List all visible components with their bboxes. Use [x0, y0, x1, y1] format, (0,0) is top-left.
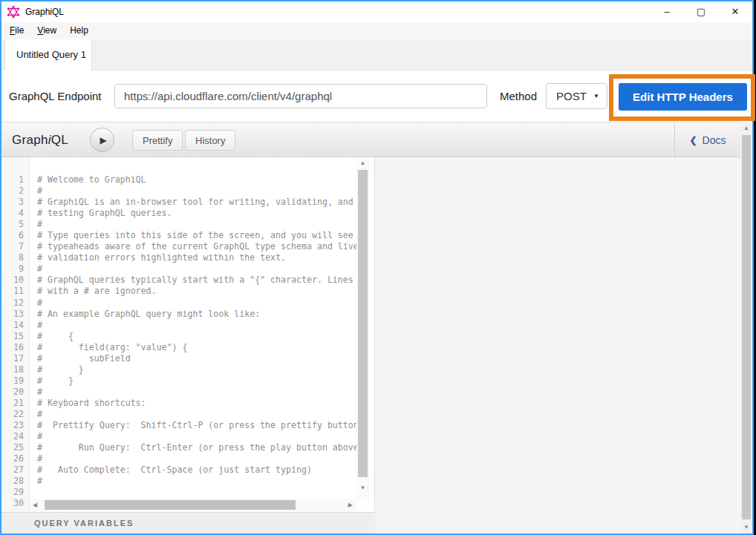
- line-number: 8: [1, 252, 24, 263]
- code-line: # Prettify Query: Shift-Ctrl-P (or press…: [37, 420, 356, 431]
- endpoint-label: GraphQL Endpoint: [9, 70, 102, 122]
- scroll-down-icon[interactable]: ▼: [740, 524, 752, 531]
- scroll-up-icon[interactable]: ▲: [740, 125, 752, 131]
- query-variables-label: QUERY VARIABLES: [34, 513, 134, 534]
- line-number: 6: [1, 230, 24, 241]
- code-line: # Type queries into this side of the scr…: [37, 230, 356, 241]
- line-number: 14: [1, 320, 24, 331]
- endpoint-input[interactable]: [114, 84, 487, 108]
- window-controls: – ▢ ✕: [650, 1, 752, 22]
- line-number: 25: [1, 442, 24, 453]
- code-line: #: [37, 186, 356, 197]
- close-icon[interactable]: ✕: [718, 1, 752, 22]
- code-line: #: [37, 476, 356, 487]
- tab-strip: Untitled Query 1: [1, 39, 752, 70]
- method-label: Method: [500, 70, 537, 122]
- code-line: # Welcome to GraphiQL: [37, 174, 356, 186]
- line-number: 15: [1, 331, 24, 342]
- window-title: GraphiQL: [25, 1, 64, 22]
- code-line: # Auto Complete: Ctrl-Space (or just sta…: [37, 465, 356, 476]
- code-line: #: [37, 219, 356, 230]
- line-number: 13: [1, 309, 24, 320]
- line-number: 17: [1, 353, 24, 364]
- docs-toggle[interactable]: ❮ Docs: [674, 122, 740, 158]
- menu-item-help[interactable]: Help: [63, 22, 95, 39]
- line-number: 30: [1, 498, 24, 509]
- menu-item-file[interactable]: File: [3, 22, 30, 39]
- code-line: # GraphiQL is an in-browser tool for wri…: [37, 197, 356, 208]
- line-number: 3: [1, 197, 24, 208]
- code-line: #: [37, 409, 356, 420]
- tab-untitled-query-1[interactable]: Untitled Query 1: [4, 39, 92, 70]
- gutter-line-numbers: 1234567891011121314151617181920212223242…: [1, 157, 29, 509]
- code-line: # GraphQL queries typically start with a…: [37, 275, 356, 286]
- line-number: 27: [1, 465, 24, 476]
- code-line: # An example GraphQL query might look li…: [37, 309, 356, 320]
- query-variables-bar[interactable]: QUERY VARIABLES: [1, 512, 374, 534]
- graphiql-app-window: GraphiQL – ▢ ✕ FileViewHelp Untitled Que…: [0, 0, 754, 535]
- editor-horizontal-scrollbar[interactable]: ◀ ▶: [30, 499, 356, 512]
- line-number: 23: [1, 420, 24, 431]
- code-lines: # Welcome to GraphiQL## GraphiQL is an i…: [30, 157, 356, 499]
- app-vertical-scrollbar[interactable]: ▲ ▼: [740, 122, 752, 534]
- editor-vertical-scrollbar[interactable]: ▲ ▼: [356, 157, 369, 499]
- line-number: 28: [1, 476, 24, 487]
- graphql-logo-icon: [7, 6, 19, 18]
- code-line: # {: [37, 331, 356, 342]
- line-number: 5: [1, 219, 24, 230]
- method-selected-value: POST: [556, 90, 587, 102]
- edit-http-headers-button[interactable]: Edit HTTP Headers: [619, 83, 747, 111]
- play-icon: ▶: [100, 135, 106, 145]
- execute-query-button[interactable]: ▶: [90, 128, 114, 152]
- scroll-left-icon[interactable]: ◀: [33, 499, 37, 512]
- line-number: 7: [1, 241, 24, 252]
- editor-hscroll-thumb[interactable]: [45, 500, 296, 510]
- line-number: 22: [1, 409, 24, 420]
- line-number: 1: [1, 174, 24, 186]
- prettify-button[interactable]: Prettify: [132, 130, 183, 151]
- line-number: 20: [1, 387, 24, 398]
- line-number: 10: [1, 275, 24, 286]
- code-line: [37, 487, 356, 498]
- minimize-icon[interactable]: –: [650, 1, 684, 22]
- code-line: # }: [37, 375, 356, 387]
- line-number: 29: [1, 487, 24, 498]
- code-line: #: [37, 320, 356, 331]
- editor-gutter: 1234567891011121314151617181920212223242…: [1, 157, 30, 512]
- code-line: # Keyboard shortcuts:: [37, 398, 356, 409]
- line-number: 24: [1, 431, 24, 442]
- scroll-up-icon[interactable]: ▲: [356, 160, 369, 166]
- code-line: #: [37, 298, 356, 309]
- screenshot-root: GraphiQL – ▢ ✕ FileViewHelp Untitled Que…: [0, 0, 756, 535]
- graphiql-logo-text: GraphiQL: [12, 122, 68, 158]
- history-button[interactable]: History: [185, 130, 235, 151]
- line-number: 18: [1, 364, 24, 375]
- code-line: #: [37, 453, 356, 465]
- scroll-right-icon[interactable]: ▶: [348, 499, 353, 512]
- response-pane: [374, 157, 740, 534]
- menu-bar: FileViewHelp: [1, 22, 752, 39]
- line-number: 4: [1, 208, 24, 219]
- code-line: # subField: [37, 353, 356, 364]
- code-line: # }: [37, 364, 356, 375]
- line-number: 11: [1, 286, 24, 297]
- graphiql-toolbar: GraphiQL ▶ Prettify History ❮ Docs: [1, 122, 740, 157]
- line-number: 2: [1, 186, 24, 197]
- code-line: #: [37, 387, 356, 398]
- chevron-left-icon: ❮: [690, 135, 697, 145]
- code-line: # Run Query: Ctrl-Enter (or press the pl…: [37, 442, 356, 453]
- maximize-icon[interactable]: ▢: [684, 1, 718, 22]
- method-select[interactable]: POST ▼: [546, 83, 607, 109]
- query-editor[interactable]: # Welcome to GraphiQL## GraphiQL is an i…: [30, 157, 356, 499]
- code-line: # with a # are ignored.: [37, 286, 356, 297]
- code-line: #: [37, 263, 356, 275]
- line-number: 19: [1, 375, 24, 387]
- code-line: # validation errors highlighted within t…: [37, 252, 356, 263]
- scroll-down-icon[interactable]: ▼: [356, 485, 369, 491]
- app-vscroll-thumb[interactable]: [742, 135, 751, 519]
- code-line: # field(arg: "value") {: [37, 342, 356, 353]
- line-number: 26: [1, 453, 24, 465]
- menu-item-view[interactable]: View: [30, 22, 63, 39]
- line-number: 9: [1, 263, 24, 275]
- editor-vscroll-thumb[interactable]: [358, 170, 368, 477]
